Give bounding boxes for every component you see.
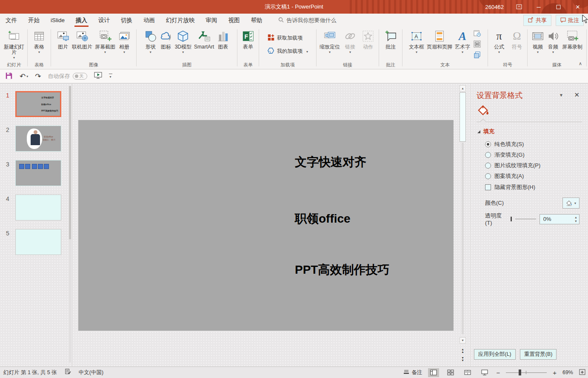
slide-thumbnail-4[interactable] [15,195,61,220]
header-footer-button[interactable]: 页眉和页脚 [425,28,454,62]
zoom-button[interactable]: 缩放定位 ▾ [318,28,341,62]
fit-to-window-button[interactable] [579,369,585,376]
panel-close-icon[interactable]: ✕ [574,91,579,99]
tell-me-search[interactable]: 告诉我你想要做什么 [278,14,337,27]
pattern-fill-option[interactable]: 图案填充(A) [485,172,524,180]
slide-text-1[interactable]: 文字快速对齐 [295,154,366,170]
tab-help[interactable]: 帮助 [245,14,268,27]
transparency-slider-track[interactable] [515,219,536,219]
online-pictures-button[interactable]: 联机图片 [71,28,94,62]
transparency-input[interactable]: 0% ▲▼ [539,214,579,224]
forms-button[interactable]: F 表单 [239,28,257,62]
radio-icon[interactable] [485,152,491,158]
text-box-button[interactable]: A 文本框 ▾ [408,28,425,62]
new-comment-button[interactable]: 批注 [383,28,398,62]
start-slideshow-button[interactable] [94,72,102,80]
slideshow-view-button[interactable] [479,368,490,377]
icons-button[interactable]: 图标 [158,28,174,62]
reset-background-button[interactable]: 重置背景(B) [520,349,557,360]
fill-bucket-icon[interactable] [477,105,489,117]
radio-selected-icon[interactable] [485,141,491,147]
tab-transitions[interactable]: 切换 [115,14,138,27]
panel-options-caret[interactable]: ▼ [559,93,563,97]
tab-design[interactable]: 设计 [93,14,115,27]
solid-fill-option[interactable]: 纯色填充(S) [485,140,524,148]
video-button[interactable]: 视频 ▾ [530,28,545,62]
spin-down-icon[interactable]: ▼ [574,220,577,223]
minimize-button[interactable]: ─ [534,3,543,11]
zoom-slider-thumb[interactable] [519,369,521,375]
zoom-out-button[interactable]: − [496,369,500,376]
scroll-down-button[interactable]: ▼ [460,337,466,344]
zoom-in-button[interactable]: + [553,369,557,376]
slide-text-2[interactable]: 职领office [295,211,351,227]
slide-sorter-view-button[interactable] [445,368,456,377]
slide-thumbnail-2[interactable]: 职领office 创始人：秦川 [15,126,61,152]
tab-home[interactable]: 开始 [23,14,45,27]
slide-thumbnail-5[interactable] [15,229,61,255]
close-button[interactable]: ✕ [574,3,582,11]
gradient-fill-option[interactable]: 渐变填充(G) [485,151,525,159]
picture-button[interactable]: 图片 [55,28,71,62]
maximize-button[interactable] [554,3,562,11]
slide-number-button[interactable] [472,40,482,49]
scrollbar-thumb[interactable] [460,92,466,142]
thumbnail-scrollbar[interactable] [69,86,71,363]
date-time-button[interactable] [472,29,482,39]
redo-button[interactable]: ↷ [35,73,41,80]
zoom-slider[interactable] [506,369,547,375]
tab-animations[interactable]: 动画 [138,14,160,27]
editor-scrollbar[interactable]: ▲ ▼ ▲▲ ▼▼ [460,85,466,364]
reading-view-button[interactable] [462,368,473,377]
fill-color-button[interactable]: ▾ [562,198,579,209]
checkbox-icon[interactable] [485,184,491,190]
tab-insert[interactable]: 插入 [70,14,93,27]
chart-button[interactable]: 图表 [215,28,231,62]
audio-button[interactable]: 音频 ▾ [545,28,561,62]
table-button[interactable]: 表格 ▾ [32,28,46,62]
save-button[interactable] [5,72,13,81]
object-button[interactable] [472,51,482,60]
fill-section-header[interactable]: 填充 [477,128,494,135]
radio-icon[interactable] [485,173,491,179]
next-slide-button[interactable]: ▼▼ [460,357,465,362]
tab-view[interactable]: 视图 [223,14,245,27]
scroll-up-button[interactable]: ▲ [460,85,466,92]
transparency-slider-handle[interactable] [511,217,512,221]
radio-icon[interactable] [485,163,491,169]
undo-button[interactable]: ↶ [20,73,26,80]
screenshot-button[interactable]: 屏幕截图 ▾ [94,28,117,62]
equation-button[interactable]: π 公式 ▾ [490,28,508,62]
normal-view-button[interactable] [428,368,439,377]
zoom-level[interactable]: 69% [562,369,573,375]
smartart-button[interactable]: SmartArt [193,28,215,62]
shapes-button[interactable]: 形状 ▾ [143,28,158,62]
tab-review[interactable]: 审阅 [200,14,223,27]
photo-album-button[interactable]: 相册 ▾ [117,28,132,62]
ribbon-display-options-icon[interactable] [515,3,523,11]
screen-recording-button[interactable]: 屏幕录制 [561,28,584,62]
apply-to-all-button[interactable]: 应用到全部(L) [474,349,516,360]
slide-text-3[interactable]: PPT高效制作技巧 [295,262,389,278]
notes-button[interactable]: 备注 [403,369,422,376]
previous-slide-button[interactable]: ▲▲ [460,348,465,353]
3d-models-button[interactable]: 3D模型 ▾ [174,28,193,62]
share-button[interactable]: 共享 [523,15,551,26]
slide-thumbnail-3[interactable] [15,160,61,186]
tab-islide[interactable]: iSlide [45,14,70,27]
hide-background-option[interactable]: 隐藏背景图形(H) [485,183,535,191]
new-slide-button[interactable]: 新建幻灯片 ▾ [3,28,26,62]
my-addins-button[interactable]: 我的加载项 ▾ [267,47,308,56]
customize-qat-button[interactable]: ▾ [109,74,112,79]
spellcheck-icon[interactable] [65,369,71,376]
comments-button[interactable]: 批注 [556,15,584,26]
picture-fill-option[interactable]: 图片或纹理填充(P) [485,162,540,169]
get-addins-button[interactable]: 获取加载项 [267,34,308,43]
slide-canvas[interactable]: 文字快速对齐 职领office PPT高效制作技巧 [78,120,454,331]
language-indicator[interactable]: 中文(中国) [79,369,103,376]
wordart-button[interactable]: A 艺术字 ▾ [454,28,471,62]
collapse-ribbon-icon[interactable]: ∧ [579,61,582,66]
slide-thumbnail-1[interactable]: 文字快速对齐 职领office PPT高效制作技巧 [15,91,61,117]
tab-file[interactable]: 文件 [0,14,23,27]
tab-slideshow[interactable]: 幻灯片放映 [160,14,200,27]
